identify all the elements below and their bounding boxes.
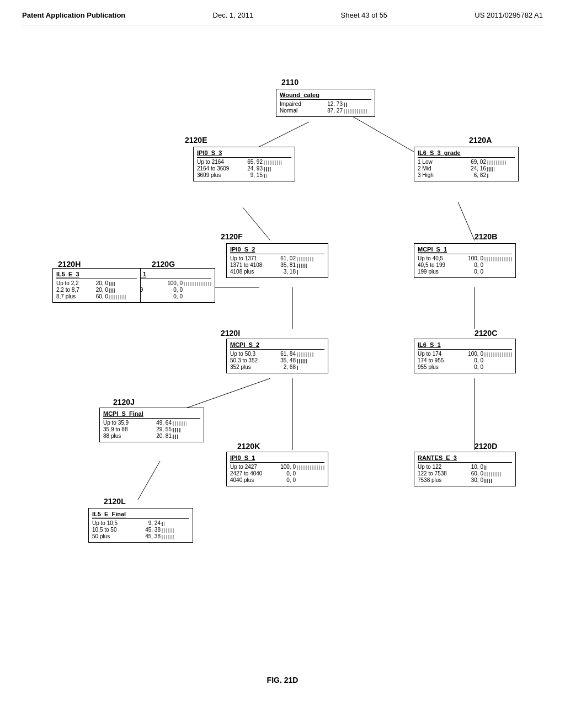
node-2120I-row-0: Up to 50,3 61, 84 (230, 351, 324, 357)
node-2120C-title: IL6_S_1 (418, 341, 512, 350)
node-2120L-row-1: 10,5 to 50 45, 38 (92, 527, 189, 533)
node-2120C-row-0: Up to 174 100, 0 (418, 351, 512, 357)
header-publication: Patent Application Publication (22, 11, 125, 19)
node-2120E-title: IPI0_S_3 (197, 149, 291, 158)
node-2120B-row-0: Up to 40,5 100, 0 (418, 255, 512, 261)
node-id-2120G: 2120G (152, 260, 175, 269)
node-2120D-row-0: Up to 122 10, 0 (418, 464, 512, 470)
node-2120H: IL5_E_3 Up to 2,2 20, 0 2,2 to 8,7 20, 0… (52, 268, 141, 303)
node-id-2120I: 2120I (221, 329, 240, 338)
figure-label: FIG. 21D (267, 676, 299, 684)
node-id-2120A: 2120A (469, 136, 492, 144)
node-2120F: IPI0_S_2 Up to 1371 61, 02 1371 to 4108 … (226, 243, 328, 278)
node-2120A-row-2: 3 High 6, 82 (418, 172, 515, 178)
node-2120B-row-2: 199 plus 0, 0 (418, 269, 512, 275)
node-2120I: MCPI_S_2 Up to 50,3 61, 84 50,3 to 352 3… (226, 339, 328, 373)
node-2120J-row-0: Up to 35,9 49, 64 (103, 420, 200, 426)
node-2110-row-1: Normal 87, 27 (280, 108, 371, 114)
header: Patent Application Publication Dec. 1, 2… (22, 11, 543, 25)
node-2120C-row-2: 955 plus 0, 0 (418, 364, 512, 370)
node-2120K-title: IPI0_S_1 (230, 454, 324, 463)
node-2120I-title: MCPI_S_2 (230, 341, 324, 350)
node-2120J-row-2: 88 plus 20, 81 (103, 433, 200, 439)
svg-line-2 (243, 207, 270, 240)
node-2120F-row-2: 4108 plus 3, 18 (230, 269, 324, 275)
diagram-area: 2110 Wound_categ Impaired 12, 73 Normal … (22, 36, 543, 687)
node-2120D-row-2: 7538 plus 30, 0 (418, 477, 512, 483)
page: Patent Application Publication Dec. 1, 2… (0, 0, 565, 728)
node-2120L-title: IL5_E_Final (92, 511, 189, 519)
node-2120A-row-1: 2 Mid 24, 16 (418, 165, 515, 172)
node-2120L-row-0: Up to 10,5 9, 24 (92, 520, 189, 526)
node-2120F-row-1: 1371 to 4108 35, 81 (230, 262, 324, 268)
node-id-2120B: 2120B (475, 232, 497, 241)
node-id-2120D: 2120D (475, 442, 497, 451)
node-id-2120F: 2120F (221, 232, 243, 241)
node-2120L-row-2: 50 plus 45, 38 (92, 533, 189, 539)
node-2120H-title: IL5_E_3 (56, 271, 137, 279)
node-2120F-title: IPI0_S_2 (230, 246, 324, 254)
node-2120K-row-2: 4040 plus 0, 0 (230, 477, 324, 483)
node-2120D: RANTES_E_3 Up to 122 10, 0 122 to 7538 6… (414, 452, 516, 486)
header-date: Dec. 1, 2011 (213, 11, 254, 19)
node-id-2120H: 2120H (58, 260, 81, 269)
node-2120D-row-1: 122 to 7538 60, 0 (418, 470, 512, 477)
svg-line-8 (177, 378, 270, 411)
node-2120J: MCPI_S_Final Up to 35,9 49, 64 35,9 to 8… (99, 408, 204, 442)
node-2120L: IL5_E_Final Up to 10,5 9, 24 10,5 to 50 … (88, 508, 193, 543)
node-2120C-row-1: 174 to 955 0, 0 (418, 357, 512, 363)
svg-line-3 (458, 202, 475, 240)
node-2120A-row-0: 1 Low 69, 02 (418, 159, 515, 165)
node-id-2120K: 2120K (237, 442, 260, 451)
node-id-2120J: 2120J (113, 398, 135, 406)
node-2110-row-0: Impaired 12, 73 (280, 101, 371, 107)
node-2120F-row-0: Up to 1371 61, 02 (230, 255, 324, 261)
node-2120C: IL6_S_1 Up to 174 100, 0 174 to 955 0, 0… (414, 339, 516, 373)
svg-line-11 (138, 461, 160, 500)
node-2120B: MCPI_S_1 Up to 40,5 100, 0 40,5 to 199 0… (414, 243, 516, 278)
header-sheet: Sheet 43 of 55 (341, 11, 388, 19)
node-id-2120L: 2120L (104, 497, 126, 506)
node-2120E: IPI0_S_3 Up to 2164 65, 92 2164 to 3609 … (193, 147, 295, 181)
node-2120A: IL6_S_3_grade 1 Low 69, 02 2 Mid 24, 16 … (414, 147, 519, 181)
node-2110-title: Wound_categ (280, 92, 371, 100)
node-2120I-row-1: 50,3 to 352 35, 48 (230, 357, 324, 363)
node-2120K-row-1: 2427 to 4040 0, 0 (230, 470, 324, 477)
node-id-2120E: 2120E (185, 136, 207, 144)
node-2120A-title: IL6_S_3_grade (418, 149, 515, 158)
node-2120K: IPI0_S_1 Up to 2427 100, 0 2427 to 4040 … (226, 452, 328, 486)
node-2120J-title: MCPI_S_Final (103, 410, 200, 419)
node-2120B-title: MCPI_S_1 (418, 246, 512, 254)
header-patent: US 2011/0295782 A1 (475, 11, 543, 19)
node-id-2120C: 2120C (475, 329, 497, 338)
node-id-2110: 2110 (281, 78, 299, 87)
node-2120E-row-0: Up to 2164 65, 92 (197, 159, 291, 165)
node-2120B-row-1: 40,5 to 199 0, 0 (418, 262, 512, 268)
node-2120E-row-2: 3609 plus 9, 15 (197, 172, 291, 178)
node-2120H-row-2: 8,7 plus 60, 0 (56, 293, 137, 299)
svg-line-0 (348, 114, 419, 155)
node-2120I-row-2: 352 plus 2, 68 (230, 364, 324, 370)
node-2120E-row-1: 2164 to 3609 24, 93 (197, 165, 291, 172)
node-2120J-row-1: 35,9 to 88 29, 55 (103, 426, 200, 432)
node-2110: Wound_categ Impaired 12, 73 Normal 87, 2… (276, 89, 375, 117)
node-2120D-title: RANTES_E_3 (418, 454, 512, 463)
node-2120H-row-1: 2,2 to 8,7 20, 0 (56, 287, 137, 293)
node-2120H-row-0: Up to 2,2 20, 0 (56, 280, 137, 286)
node-2120K-row-0: Up to 2427 100, 0 (230, 464, 324, 470)
